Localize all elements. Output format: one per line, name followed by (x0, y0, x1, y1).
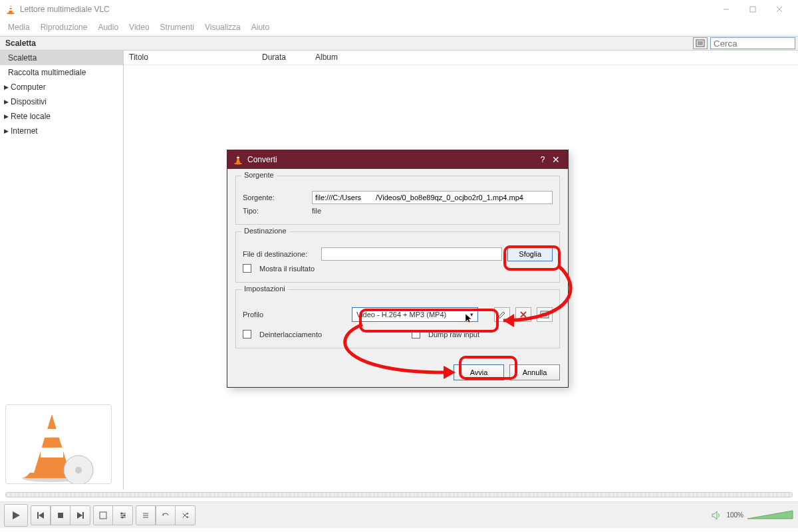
sidebar-item-computer[interactable]: ▶Computer (0, 80, 123, 94)
deinterlace-checkbox[interactable] (243, 330, 251, 338)
menu-media[interactable]: Media (3, 20, 35, 35)
controls-bar: 100% (0, 501, 798, 528)
svg-marker-23 (77, 512, 82, 519)
svg-rect-22 (58, 513, 63, 518)
cancel-button[interactable]: Annulla (509, 364, 560, 380)
settings-group: Impostazioni Profilo Video - H.264 + MP3… (235, 289, 560, 348)
seek-slider[interactable] (5, 492, 793, 497)
sidebar-item-label: Computer (11, 82, 46, 92)
menu-bar: Media Riproduzione Audio Video Strumenti… (0, 19, 798, 36)
convert-dialog: Converti ? ✕ Sorgente Sorgente: Tipo: fi… (227, 150, 569, 388)
svg-rect-5 (750, 7, 755, 12)
sidebar-item-raccolta[interactable]: Raccolta multimediale (0, 65, 123, 80)
sidebar-item-label: Rete locale (11, 112, 51, 121)
delete-profile-button[interactable] (515, 307, 531, 322)
loop-button[interactable] (156, 505, 176, 525)
menu-aiuto[interactable]: Aiuto (246, 20, 275, 35)
sidebar-item-scaletta[interactable]: Scaletta (0, 51, 123, 65)
svg-marker-19 (13, 511, 20, 519)
stop-button[interactable] (51, 505, 70, 525)
svg-rect-21 (37, 512, 39, 519)
svg-point-3 (7, 13, 15, 15)
expand-icon: ▶ (4, 128, 9, 134)
play-button[interactable] (4, 504, 28, 527)
dialog-close-button[interactable]: ✕ (549, 154, 563, 165)
volume-slider[interactable] (747, 509, 794, 521)
dialog-titlebar[interactable]: Converti ? ✕ (227, 150, 568, 169)
prev-button[interactable] (31, 505, 51, 525)
new-profile-button[interactable] (537, 307, 553, 322)
destination-input[interactable] (321, 247, 502, 261)
svg-point-18 (75, 467, 82, 473)
sidebar-item-rete[interactable]: ▶Rete locale (0, 109, 123, 124)
vlc-cone-icon (5, 4, 16, 15)
vlc-cone-icon (233, 154, 243, 165)
album-art-panel (0, 399, 123, 489)
svg-marker-39 (747, 511, 793, 519)
column-title[interactable]: Titolo (124, 51, 257, 65)
destination-group: Destinazione File di destinazione: Sfogl… (235, 231, 560, 283)
extended-settings-button[interactable] (113, 505, 133, 525)
dialog-title: Converti (247, 155, 536, 164)
dump-raw-checkbox[interactable] (412, 330, 420, 338)
source-group: Sorgente Sorgente: Tipo: file (235, 176, 560, 225)
svg-point-29 (120, 512, 122, 514)
playlist-header-title: Scaletta (0, 37, 124, 49)
cursor-icon (466, 314, 473, 323)
source-input[interactable] (312, 191, 553, 204)
svg-rect-41 (237, 157, 239, 158)
help-button[interactable]: ? (536, 155, 549, 164)
next-button[interactable] (70, 505, 90, 525)
menu-visualizza[interactable]: Visualizza (200, 20, 246, 35)
sidebar-item-label: Scaletta (4, 53, 37, 63)
dump-raw-label: Dump raw input (428, 331, 479, 338)
minimize-button[interactable] (713, 0, 739, 19)
svg-marker-38 (712, 511, 717, 519)
column-duration[interactable]: Durata (257, 51, 310, 65)
source-legend: Sorgente (241, 171, 277, 179)
expand-icon: ▶ (4, 84, 9, 90)
svg-marker-0 (9, 5, 13, 13)
svg-rect-14 (45, 429, 59, 438)
svg-marker-40 (236, 155, 240, 163)
album-art (5, 404, 112, 484)
svg-rect-2 (9, 9, 12, 11)
playlist-button[interactable] (136, 505, 156, 525)
menu-audio[interactable]: Audio (92, 20, 124, 35)
view-mode-button[interactable] (693, 37, 708, 49)
svg-rect-1 (9, 7, 12, 8)
svg-rect-15 (41, 448, 63, 458)
menu-riproduzione[interactable]: Riproduzione (35, 20, 93, 35)
mute-icon[interactable] (712, 511, 722, 520)
menu-video[interactable]: Video (124, 20, 154, 35)
browse-button[interactable]: Sfoglia (507, 247, 553, 261)
svg-point-42 (234, 163, 242, 165)
show-result-label: Mostra il risultato (259, 265, 315, 273)
svg-marker-20 (39, 512, 44, 519)
deinterlace-label: Deinterlacciamento (259, 331, 322, 338)
svg-marker-37 (187, 516, 189, 518)
fullscreen-button[interactable] (93, 505, 113, 525)
edit-profile-button[interactable] (494, 307, 510, 322)
profile-select[interactable]: Video - H.264 + MP3 (MP4) ▾ (352, 307, 478, 322)
sidebar-item-internet[interactable]: ▶Internet (0, 124, 123, 138)
source-label: Sorgente: (243, 194, 307, 201)
type-label: Tipo: (243, 207, 307, 215)
svg-point-30 (123, 514, 125, 516)
title-bar: Lettore multimediale VLC (0, 0, 798, 19)
show-result-checkbox[interactable] (243, 264, 251, 273)
sidebar-item-label: Raccolta multimediale (4, 68, 86, 77)
close-button[interactable] (766, 0, 793, 19)
svg-marker-36 (187, 513, 189, 515)
column-album[interactable]: Album (310, 51, 798, 65)
sidebar-item-dispositivi[interactable]: ▶Dispositivi (0, 94, 123, 109)
menu-strumenti[interactable]: Strumenti (155, 20, 200, 35)
search-input[interactable] (710, 37, 795, 49)
type-value: file (312, 207, 321, 215)
shuffle-button[interactable] (176, 505, 196, 525)
volume-percent: 100% (726, 511, 743, 519)
svg-point-31 (121, 516, 123, 518)
profile-label: Profilo (243, 311, 307, 319)
maximize-button[interactable] (739, 0, 766, 19)
start-button[interactable]: Avvia (454, 364, 504, 380)
